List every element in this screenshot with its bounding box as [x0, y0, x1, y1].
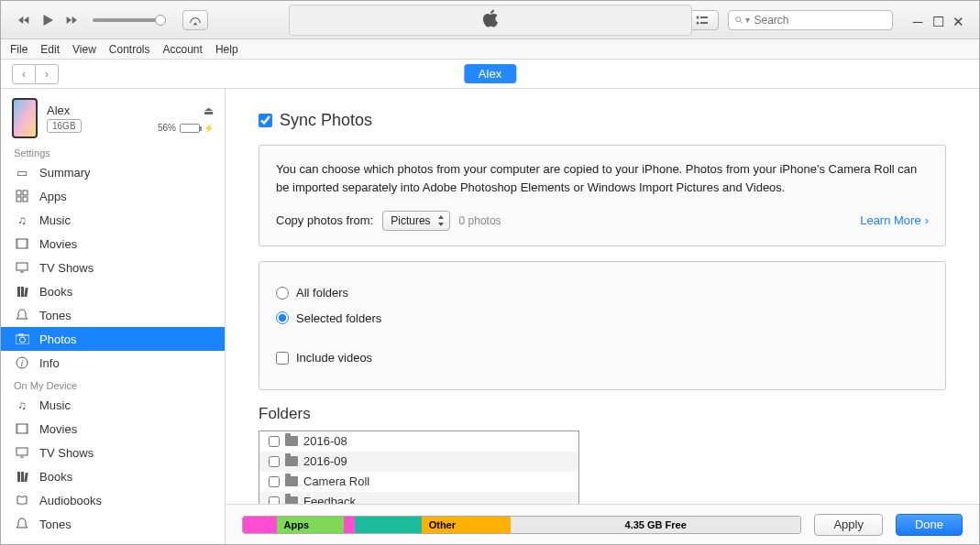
copy-from-dropdown[interactable]: Pictures	[382, 211, 449, 231]
svg-rect-6	[17, 191, 21, 195]
volume-slider[interactable]	[93, 18, 166, 22]
folder-list[interactable]: 2016-08 2016-09 Camera Roll Feedback	[259, 431, 579, 515]
photos-icon	[14, 333, 30, 344]
next-button[interactable]	[61, 10, 82, 30]
folder-checkbox[interactable]	[269, 476, 280, 487]
capacity-seg-other: Other	[422, 517, 511, 533]
menu-file[interactable]: File	[10, 43, 28, 56]
folder-icon	[285, 436, 298, 446]
sidebar-item-books[interactable]: Books	[1, 279, 225, 303]
chevron-right-icon: ›	[925, 212, 929, 230]
svg-rect-3	[700, 22, 708, 24]
movies-icon	[14, 423, 30, 434]
include-videos-option[interactable]: Include videos	[276, 349, 929, 367]
sidebar-item-tones[interactable]: Tones	[1, 303, 225, 327]
svg-line-5	[741, 21, 743, 23]
learn-more-link[interactable]: Learn More ›	[860, 212, 929, 230]
forward-button[interactable]: ›	[35, 64, 59, 84]
close-button[interactable]: ✕	[952, 16, 964, 28]
airplay-button[interactable]	[182, 10, 208, 30]
search-chevron-icon: ▾	[745, 15, 750, 25]
sidebar-item-photos[interactable]: Photos	[1, 327, 225, 351]
svg-rect-17	[24, 287, 28, 296]
tv-icon	[14, 262, 30, 273]
sidebar-item-apps[interactable]: Apps	[1, 184, 225, 208]
capacity-seg-docs	[355, 517, 422, 533]
svg-rect-28	[17, 472, 20, 482]
svg-rect-12	[26, 239, 28, 248]
done-button[interactable]: Done	[896, 514, 963, 536]
search-input[interactable]	[754, 14, 886, 27]
apps-icon	[14, 190, 30, 202]
svg-rect-11	[17, 239, 18, 248]
search-box[interactable]: ▾	[728, 10, 893, 30]
sync-info-panel: You can choose which photos from your co…	[259, 145, 946, 246]
ondevice-music[interactable]: ♫Music	[1, 393, 225, 417]
copy-from-label: Copy photos from:	[276, 212, 373, 230]
sidebar-item-music[interactable]: ♫Music	[1, 208, 225, 232]
sidebar-item-tvshows[interactable]: TV Shows	[1, 256, 225, 279]
svg-rect-29	[21, 472, 24, 482]
svg-rect-19	[19, 333, 23, 335]
minimize-button[interactable]: ─	[911, 16, 924, 28]
sidebar: Alex ⏏ 16GB 56% ⚡ Settings ▭Summary Apps…	[1, 89, 226, 544]
sync-photos-checkbox[interactable]	[259, 114, 272, 127]
search-icon	[734, 15, 743, 26]
selected-folders-radio[interactable]	[276, 311, 289, 324]
ondevice-tvshows[interactable]: TV Shows	[1, 441, 225, 464]
capacity-seg-misc	[344, 517, 355, 533]
music-icon: ♫	[14, 398, 30, 412]
svg-rect-1	[700, 16, 708, 18]
svg-rect-25	[26, 424, 28, 433]
ondevice-movies[interactable]: Movies	[1, 417, 225, 441]
menu-edit[interactable]: Edit	[40, 43, 60, 56]
folder-checkbox[interactable]	[269, 436, 280, 447]
sidebar-item-info[interactable]: iInfo	[1, 351, 225, 375]
svg-rect-13	[17, 263, 28, 270]
maximize-button[interactable]: ☐	[931, 16, 944, 28]
settings-header: Settings	[1, 142, 225, 160]
menu-account[interactable]: Account	[163, 43, 203, 56]
charging-icon: ⚡	[204, 124, 214, 133]
movies-icon	[14, 238, 30, 249]
folder-row[interactable]: Camera Roll	[259, 472, 578, 492]
sidebar-item-summary[interactable]: ▭Summary	[1, 160, 225, 184]
device-name: Alex	[47, 104, 70, 117]
menu-help[interactable]: Help	[215, 43, 238, 56]
lcd-display	[289, 5, 692, 36]
folder-checkbox[interactable]	[269, 456, 280, 467]
nav-bar: ‹ › Alex	[1, 60, 979, 89]
play-button[interactable]	[38, 10, 58, 30]
ondevice-books[interactable]: Books	[1, 464, 225, 488]
all-folders-option[interactable]: All folders	[276, 284, 929, 302]
tones-icon	[14, 309, 30, 322]
svg-rect-30	[24, 472, 28, 481]
selected-folders-option[interactable]: Selected folders	[276, 310, 929, 328]
volume-thumb[interactable]	[155, 15, 166, 26]
folder-row[interactable]: 2016-08	[259, 431, 578, 452]
prev-button[interactable]	[14, 10, 34, 30]
sidebar-item-movies[interactable]: Movies	[1, 232, 225, 256]
svg-rect-9	[23, 197, 28, 202]
include-videos-checkbox[interactable]	[276, 352, 289, 365]
apply-button[interactable]: Apply	[814, 514, 883, 536]
eject-icon[interactable]: ⏏	[204, 104, 214, 117]
books-icon	[14, 471, 30, 483]
content-area: Sync Photos You can choose which photos …	[226, 89, 979, 544]
menu-view[interactable]: View	[72, 43, 96, 56]
capacity-badge: 16GB	[47, 119, 82, 133]
folders-heading: Folders	[259, 405, 946, 423]
device-pill[interactable]: Alex	[464, 64, 516, 83]
folder-icon	[285, 456, 298, 466]
folder-row[interactable]: 2016-09	[259, 452, 578, 472]
ondevice-audiobooks[interactable]: Audiobooks	[1, 488, 225, 512]
ondevice-tones[interactable]: Tones	[1, 512, 225, 536]
info-icon: i	[14, 356, 30, 369]
svg-point-4	[736, 16, 741, 21]
capacity-bar: Apps Other 4.35 GB Free	[242, 516, 801, 534]
all-folders-radio[interactable]	[276, 287, 289, 300]
battery-icon	[180, 124, 200, 133]
bottom-bar: Apps Other 4.35 GB Free Apply Done	[226, 504, 979, 544]
menu-controls[interactable]: Controls	[109, 43, 150, 56]
back-button[interactable]: ‹	[12, 64, 36, 84]
